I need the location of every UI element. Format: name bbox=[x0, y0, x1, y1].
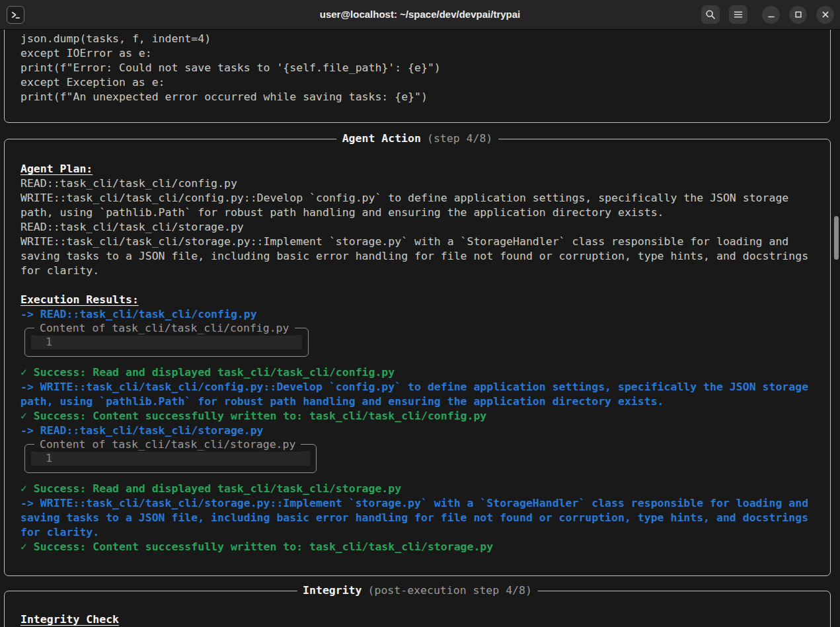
menu-button[interactable] bbox=[729, 5, 747, 24]
file-content-box-title: Content of task_cli/task_cli/storage.py bbox=[34, 437, 301, 452]
panel-step-badge: (step 4/8) bbox=[427, 132, 492, 145]
result-success-line: ✓ Success: Content successfully written … bbox=[20, 409, 814, 424]
file-content-box-config: Content of task_cli/task_cli/config.py 1 bbox=[24, 328, 309, 357]
code-line: except Exception as e: bbox=[20, 75, 814, 90]
minimize-icon bbox=[767, 10, 776, 19]
code-line: json.dump(tasks, f, indent=4) bbox=[20, 32, 814, 46]
file-content-box-title: Content of task_cli/task_cli/config.py bbox=[34, 321, 295, 336]
line-number: 1 bbox=[46, 336, 52, 348]
file-content-box-storage: Content of task_cli/task_cli/storage.py … bbox=[24, 444, 317, 473]
window-title: user@localhost: ~/space/dev/devpai/trypa… bbox=[320, 7, 521, 22]
minimize-button[interactable] bbox=[762, 6, 780, 24]
maximize-icon bbox=[794, 10, 803, 19]
integrity-panel-title: Integrity(post-execution step 4/8) bbox=[297, 583, 538, 598]
file-content-line: 1 bbox=[31, 335, 302, 350]
spacer bbox=[20, 278, 814, 293]
line-number: 1 bbox=[46, 452, 52, 464]
agent-action-panel: Agent Action(step 4/8) Agent Plan: READ:… bbox=[4, 139, 831, 576]
result-action-line: -> READ::task_cli/task_cli/config.py bbox=[20, 307, 814, 322]
result-action-line: -> WRITE::task_cli/task_cli/config.py::D… bbox=[20, 380, 814, 409]
plan-line: READ::task_cli/task_cli/config.py bbox=[20, 176, 814, 191]
integrity-check-heading: Integrity Check bbox=[20, 612, 814, 627]
file-content-line: 1 bbox=[31, 451, 310, 466]
agent-action-panel-title: Agent Action(step 4/8) bbox=[336, 131, 499, 146]
terminal-output: json.dump(tasks, f, indent=4) except IOE… bbox=[0, 10, 840, 627]
close-button[interactable] bbox=[816, 6, 834, 24]
agent-plan-heading: Agent Plan: bbox=[20, 162, 814, 176]
plan-line: READ::task_cli/task_cli/storage.py bbox=[20, 220, 814, 235]
code-line: print(f"Error: Could not save tasks to '… bbox=[20, 61, 814, 75]
titlebar: user@localhost: ~/space/dev/devpai/trypa… bbox=[0, 0, 840, 30]
terminal-app-icon[interactable] bbox=[7, 6, 24, 24]
execution-results-heading: Execution Results: bbox=[20, 293, 814, 307]
terminal-prompt-icon bbox=[11, 10, 20, 20]
result-action-line: -> READ::task_cli/task_cli/storage.py bbox=[20, 424, 814, 438]
titlebar-buttons bbox=[701, 5, 834, 24]
panel-title-text: Integrity bbox=[303, 584, 362, 597]
integrity-panel: Integrity(post-execution step 4/8) Integ… bbox=[4, 591, 831, 627]
panel-step-badge: (post-execution step 4/8) bbox=[368, 584, 532, 597]
result-success-line: ✓ Success: Read and displayed task_cli/t… bbox=[20, 482, 814, 496]
result-action-line: -> WRITE::task_cli/task_cli/storage.py::… bbox=[20, 496, 814, 540]
maximize-button[interactable] bbox=[789, 6, 807, 24]
result-success-line: ✓ Success: Read and displayed task_cli/t… bbox=[20, 365, 814, 380]
code-line: except IOError as e: bbox=[20, 46, 814, 61]
scrollbar-thumb[interactable] bbox=[834, 216, 839, 260]
search-button[interactable] bbox=[701, 5, 720, 24]
hamburger-menu-icon bbox=[733, 9, 744, 20]
panel-title-text: Agent Action bbox=[342, 132, 421, 145]
close-icon bbox=[821, 10, 830, 19]
result-success-line: ✓ Success: Content successfully written … bbox=[20, 540, 814, 554]
search-icon bbox=[705, 9, 716, 20]
code-line: print(f"An unexpected error occurred whi… bbox=[20, 90, 814, 104]
plan-line: WRITE::task_cli/task_cli/config.py::Deve… bbox=[20, 191, 814, 220]
plan-line: WRITE::task_cli/task_cli/storage.py::Imp… bbox=[20, 235, 814, 278]
